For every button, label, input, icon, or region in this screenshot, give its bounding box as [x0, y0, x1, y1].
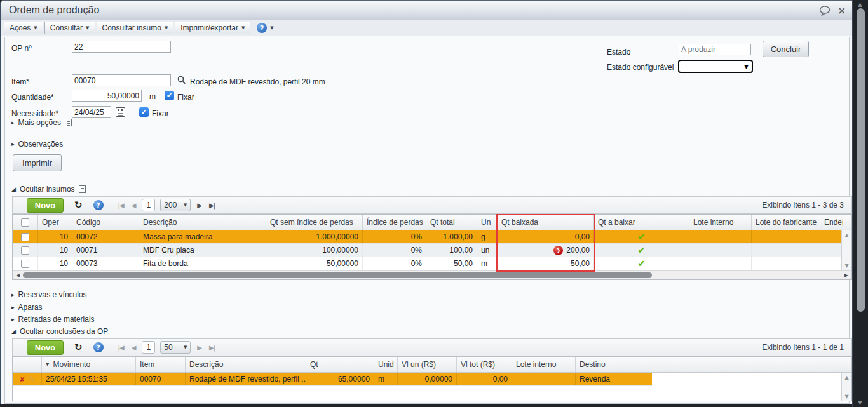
column-header[interactable]: Qt a baixar — [594, 215, 689, 230]
column-header[interactable]: Qt sem índice de perdas — [266, 215, 363, 230]
menu-acoes[interactable]: Ações ▼ — [4, 22, 43, 34]
column-header-qt-baixada[interactable]: Qt baixada — [498, 215, 594, 230]
scroll-right-icon[interactable]: ▶ — [844, 272, 848, 278]
concluir-button[interactable]: Concluir — [763, 41, 809, 57]
reservas-toggle[interactable]: ▸ Reservas e vínculos — [11, 290, 87, 299]
scrollbar-thumb[interactable] — [857, 8, 865, 312]
ocultar-conclusoes-toggle[interactable]: ◢ Ocultar conclusões da OP — [11, 327, 108, 336]
grid-horizontal-scrollbar[interactable]: ◀ ▶ — [13, 270, 851, 279]
menu-consultar-insumo[interactable]: Consultar insumo ▼ — [97, 22, 174, 34]
pager-first-icon[interactable]: |◀ — [118, 202, 124, 209]
item-input[interactable] — [72, 74, 171, 86]
close-icon[interactable]: × — [837, 5, 846, 17]
retiradas-toggle[interactable]: ▸ Retiradas de materiais — [11, 315, 95, 324]
pager-next-icon[interactable]: ▶ — [197, 202, 201, 209]
pager-prev-icon[interactable]: ◀ — [132, 202, 136, 209]
page-vertical-scrollbar[interactable]: ▲ ▼ — [852, 0, 868, 407]
column-header[interactable]: Item — [136, 357, 186, 372]
delete-icon[interactable]: ✘ — [20, 376, 25, 383]
conclusoes-novo-button[interactable]: Novo — [27, 340, 64, 355]
estado-input[interactable] — [679, 44, 751, 55]
column-header[interactable]: Qt total — [426, 215, 477, 230]
column-header[interactable]: Lote do fabricante — [752, 215, 820, 230]
menu-imprimir-exportar[interactable]: Imprimir/exportar ▼ — [175, 22, 250, 34]
menu-help[interactable]: ? ▼ — [252, 22, 278, 34]
column-header[interactable]: Descrição — [139, 215, 266, 230]
row-checkbox[interactable] — [21, 246, 29, 255]
table-row[interactable]: 10 00071 MDF Cru placa 100,00000 0% 100,… — [13, 244, 851, 257]
edit-pencil-icon[interactable]: ✎ — [28, 375, 34, 384]
chevron-down-icon: ▼ — [86, 25, 89, 30]
column-header[interactable]: Unid — [374, 357, 398, 372]
menu-consultar[interactable]: Consultar ▼ — [44, 22, 95, 34]
quantidade-fixar-label: Fixar — [177, 93, 194, 102]
row-checkbox[interactable] — [21, 260, 29, 268]
calendar-icon[interactable] — [116, 107, 125, 117]
notes-icon[interactable] — [65, 119, 72, 126]
quantidade-fixar-checkbox[interactable]: ✔ — [165, 91, 174, 100]
aparas-toggle[interactable]: ▸ Aparas — [11, 303, 43, 312]
necessidade-fixar-checkbox[interactable]: ✔ — [139, 107, 149, 117]
necessidade-input[interactable] — [72, 106, 111, 118]
pager-pagesize-select[interactable]: 200 ▼ — [160, 199, 191, 211]
column-header[interactable]: Qt — [306, 357, 374, 372]
scroll-up-icon[interactable]: ▲ — [858, 1, 862, 8]
column-header[interactable]: Ender — [820, 215, 843, 230]
ocultar-insumos-toggle[interactable]: ◢ Ocultar insumos — [11, 185, 86, 194]
column-header[interactable]: Destino — [576, 357, 851, 372]
column-header[interactable]: Oper — [38, 215, 72, 230]
estado-configuravel-label: Estado configurável — [607, 63, 674, 72]
pager-last-icon[interactable]: ▶| — [209, 202, 215, 209]
column-header[interactable]: Lote interno — [689, 215, 752, 230]
help-icon[interactable]: ? — [93, 200, 104, 210]
scroll-up-icon[interactable]: ▲ — [844, 375, 848, 380]
mais-opcoes-toggle[interactable]: ▸ Mais opções — [11, 118, 72, 127]
help-icon[interactable]: ? — [93, 342, 104, 352]
pager-page-input[interactable]: 1 — [142, 341, 155, 354]
table-row[interactable]: ✘ ✎ 25/04/25 15:51:35 00070 Rodapé de MD… — [13, 373, 652, 386]
insumos-grid: Oper Código Descrição Qt sem índice de p… — [12, 214, 852, 280]
pager-first-icon[interactable]: |◀ — [118, 344, 124, 351]
help-icon[interactable]: ? — [257, 23, 267, 33]
imprimir-button[interactable]: Imprimir — [13, 154, 62, 171]
op-number-input[interactable] — [72, 41, 171, 53]
pager-last-icon[interactable]: ▶| — [209, 344, 215, 351]
search-icon[interactable] — [177, 76, 186, 84]
notes-icon[interactable] — [79, 185, 86, 193]
comment-bubble-icon[interactable] — [819, 6, 831, 16]
pager-pagesize-select[interactable]: 50 ▼ — [160, 341, 191, 354]
triangle-collapsed-icon: ▸ — [11, 119, 15, 126]
table-row[interactable]: 10 00072 Massa para madeira 1.000,00000 … — [13, 230, 851, 244]
scroll-up-icon[interactable]: ▲ — [844, 232, 848, 238]
pager-prev-icon[interactable]: ◀ — [132, 344, 136, 351]
column-header[interactable]: Vl un (R$) — [398, 357, 457, 372]
column-header[interactable]: Lote interno — [512, 357, 576, 372]
scroll-left-icon[interactable]: ◀ — [16, 272, 20, 278]
observacoes-toggle[interactable]: ▸ Observações — [11, 140, 63, 149]
column-header[interactable]: Código — [72, 215, 139, 230]
drilldown-icon[interactable]: ❯ — [553, 246, 563, 255]
refresh-icon[interactable]: ↻ — [74, 199, 83, 211]
select-all-checkbox[interactable] — [21, 218, 29, 227]
column-header[interactable]: Descrição — [186, 357, 306, 372]
scroll-down-icon[interactable]: ▼ — [844, 394, 848, 399]
scroll-down-icon[interactable]: ▼ — [858, 399, 862, 406]
grid-vertical-scrollbar[interactable]: ▲ ▼ — [841, 373, 851, 401]
triangle-collapsed-icon: ▸ — [11, 141, 15, 147]
insumos-novo-button[interactable]: Novo — [27, 198, 64, 213]
column-header[interactable]: Índice de perdas — [363, 215, 426, 230]
row-checkbox[interactable] — [21, 233, 29, 241]
pager-next-icon[interactable]: ▶ — [197, 344, 201, 351]
refresh-icon[interactable]: ↻ — [74, 342, 83, 353]
table-row[interactable]: 10 00073 Fita de borda 50,00000 0% 50,00… — [13, 257, 851, 270]
pager-page-input[interactable]: 1 — [142, 199, 155, 211]
scroll-down-icon[interactable]: ▼ — [844, 263, 848, 269]
column-header[interactable]: Un — [477, 215, 498, 230]
column-header[interactable]: Vl tot (R$) — [457, 357, 512, 372]
estado-configuravel-select[interactable]: ▼ — [678, 60, 753, 73]
scrollbar-thumb[interactable] — [23, 272, 652, 278]
column-header-movimento[interactable]: ▼ Movimento — [42, 357, 136, 372]
quantidade-input[interactable] — [72, 90, 142, 102]
grid-vertical-scrollbar[interactable]: ▲ ▼ — [841, 230, 851, 270]
check-icon: ✔ — [637, 231, 646, 243]
